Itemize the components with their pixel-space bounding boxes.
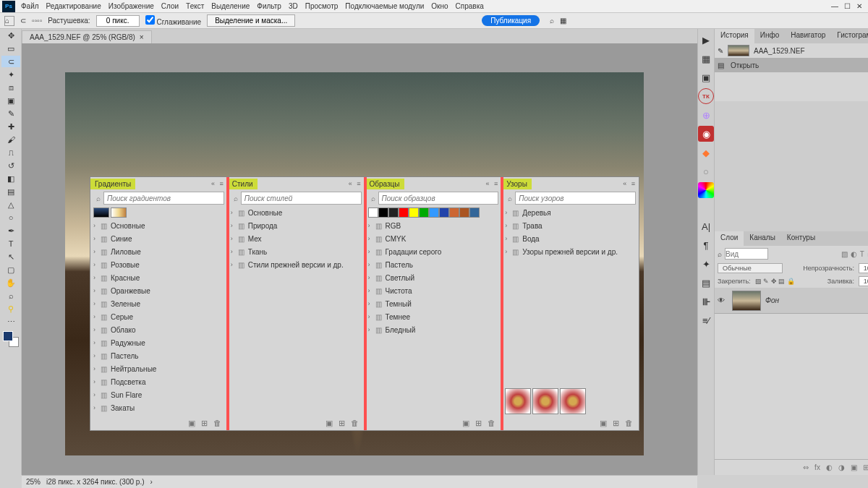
gradients-tab[interactable]: Градиенты [90, 179, 135, 189]
swatches-tab[interactable]: Образцы [365, 179, 404, 189]
lasso-tool[interactable]: ⊂ [1, 56, 20, 67]
zoom-tool[interactable]: ⌕ [1, 290, 20, 301]
list-item[interactable]: ›▥Оранжевые [90, 284, 227, 297]
menu-edit[interactable]: Редактирование [43, 2, 105, 10]
close-tab-icon[interactable]: × [140, 33, 144, 41]
list-item[interactable]: ›▥Закаты [90, 401, 227, 414]
shape-tool[interactable]: ▢ [1, 264, 20, 275]
list-item[interactable]: ›▥Темнее [365, 310, 502, 323]
zoom-level[interactable]: 25% [26, 478, 41, 486]
tab-history[interactable]: История [715, 29, 754, 43]
blend-mode-select[interactable]: Обычные [718, 263, 783, 273]
panel-collapse-icon[interactable]: « [211, 180, 216, 187]
panel-icon[interactable]: ▣ [698, 69, 714, 85]
filter-adjust-icon[interactable]: ◐ [851, 250, 857, 258]
panel-icon[interactable]: ⊪ [698, 294, 714, 309]
publish-button[interactable]: Публикация [482, 15, 540, 26]
menu-text[interactable]: Текст [182, 2, 208, 10]
new-item-icon[interactable]: ⊞ [339, 419, 345, 428]
list-item[interactable]: ›▥Природа [228, 219, 365, 232]
panel-collapse-icon[interactable]: « [349, 180, 354, 187]
menu-filter[interactable]: Фильтр [253, 2, 285, 10]
styles-tab[interactable]: Стили [228, 179, 258, 189]
search-icon[interactable]: ⌕ [550, 17, 554, 25]
menu-view[interactable]: Просмотр [302, 2, 342, 10]
swatch-colors[interactable] [368, 207, 499, 218]
list-item[interactable]: ›▥Розовые [90, 258, 227, 271]
eraser-tool[interactable]: ◧ [1, 173, 20, 184]
list-item[interactable]: ›▥Sun Flare [90, 388, 227, 401]
menu-file[interactable]: Файл [17, 2, 43, 10]
tab-paths[interactable]: Контуры [781, 231, 821, 246]
filter-pixel-icon[interactable]: ▧ [841, 250, 848, 258]
adjust-icon[interactable]: ≡⁄ [698, 312, 714, 328]
list-item[interactable]: ›▥Пастель [365, 258, 502, 271]
new-item-icon[interactable]: ⊞ [613, 419, 619, 428]
new-group-icon[interactable]: ▣ [326, 419, 333, 428]
list-item[interactable]: ›▥Лиловые [90, 245, 227, 258]
panel-menu-icon[interactable]: ≡ [219, 180, 224, 187]
mask-icon[interactable]: ◐ [826, 463, 833, 471]
list-item[interactable]: ›▥Синие [90, 232, 227, 245]
tab-channels[interactable]: Каналы [744, 231, 781, 246]
trash-icon[interactable]: 🗑 [213, 419, 221, 427]
move-tool[interactable]: ✥ [1, 30, 20, 41]
list-item[interactable]: ›▥Зеленые [90, 297, 227, 310]
path-select-tool[interactable]: ↖ [1, 251, 20, 262]
fill-input[interactable]: 100% [859, 276, 868, 286]
list-item[interactable]: ›▥Основные [228, 206, 365, 219]
tab-navigator[interactable]: Навигатор [785, 29, 831, 43]
trash-icon[interactable]: 🗑 [351, 419, 359, 427]
filter-type-icon[interactable]: T [860, 250, 864, 258]
extension-icon[interactable]: ◆ [698, 145, 714, 160]
cc-icon[interactable]: ◉ [698, 126, 714, 142]
banana-tool[interactable]: ⚲ [1, 303, 20, 314]
adjustment-icon[interactable]: ◑ [838, 463, 845, 471]
play-icon[interactable]: ▶ [698, 32, 714, 48]
new-group-icon[interactable]: ▣ [188, 419, 195, 428]
panel-menu-icon[interactable]: ≡ [631, 180, 637, 187]
list-item[interactable]: ›▥Темный [365, 297, 502, 310]
pen-tool[interactable]: ✒ [1, 225, 20, 236]
history-brush-tool[interactable]: ↺ [1, 160, 20, 171]
feather-input[interactable] [96, 15, 140, 27]
history-state-open[interactable]: ▤Открыть [715, 58, 868, 72]
select-and-mask-button[interactable]: Выделение и маска... [207, 14, 295, 27]
menu-window[interactable]: Окно [427, 2, 451, 10]
color-wheel-icon[interactable] [698, 182, 714, 198]
list-item[interactable]: ›▥Светлый [365, 271, 502, 284]
swatches-search-input[interactable] [378, 192, 499, 205]
antialias-checkbox[interactable]: Сглаживание [145, 15, 202, 26]
link-icon[interactable]: ⇔ [803, 463, 809, 471]
workspace-icon[interactable]: ▦ [560, 17, 566, 25]
group-icon[interactable]: ▣ [851, 463, 857, 471]
lasso-tool-icon[interactable]: ⊂ [20, 17, 26, 25]
new-group-icon[interactable]: ▣ [600, 419, 607, 428]
gradient-presets[interactable] [93, 207, 224, 218]
wand-tool[interactable]: ✦ [1, 69, 20, 80]
type-icon[interactable]: A| [698, 218, 714, 234]
extension-icon[interactable]: ⊕ [698, 107, 714, 123]
close-window-button[interactable]: ✕ [856, 2, 862, 10]
list-item[interactable]: ›▥Облако [90, 323, 227, 336]
dodge-tool[interactable]: ○ [1, 212, 20, 223]
tab-info[interactable]: Инфо [754, 29, 786, 43]
canvas-area[interactable]: Градиенты« ≡ ⌕ ›▥Основные›▥Синие›▥Лиловы… [22, 43, 697, 475]
menu-help[interactable]: Справка [452, 2, 488, 10]
layer-background[interactable]: 👁 Фон 🔒 [715, 288, 868, 314]
list-item[interactable]: ›▥Радужные [90, 336, 227, 349]
menu-layers[interactable]: Слои [158, 2, 182, 10]
trash-icon[interactable]: 🗑 [488, 419, 495, 427]
brush-tool[interactable]: 🖌 [1, 134, 20, 145]
tab-histogram[interactable]: Гистограмма [831, 29, 868, 43]
paragraph-icon[interactable]: ¶ [698, 237, 714, 253]
history-snapshot[interactable]: ✎AAA_1529.NEF [715, 43, 868, 58]
list-item[interactable]: ›▥Узоры прежней версии и др. [502, 245, 639, 258]
list-item[interactable]: ›▥Подсветка [90, 375, 227, 388]
gradient-tool[interactable]: ▤ [1, 186, 20, 197]
list-item[interactable]: ›▥CMYK [365, 232, 502, 245]
menu-3d[interactable]: 3D [285, 2, 302, 10]
doc-info[interactable]: i28 пикс. x 3264 пикс. (300 p.) [46, 478, 144, 486]
list-item[interactable]: ›▥Красные [90, 271, 227, 284]
menu-image[interactable]: Изображение [105, 2, 158, 10]
